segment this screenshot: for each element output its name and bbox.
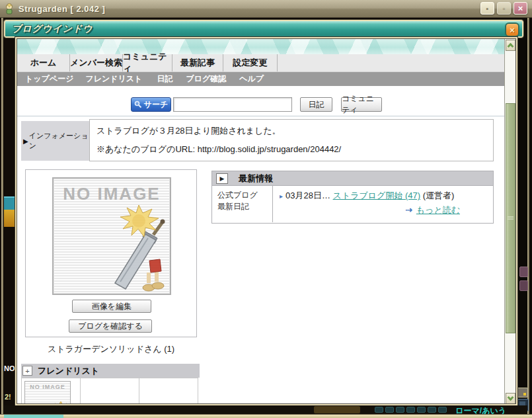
main-nav-tabs: ホーム メンバー検索 コミュニティ 最新記事 設定変更 <box>17 54 505 72</box>
toolbar-button[interactable] <box>385 407 394 413</box>
search-icon <box>134 101 142 108</box>
community-button[interactable]: コミュニティ <box>341 97 382 112</box>
maximize-button[interactable]: ▫ <box>497 2 511 15</box>
diary-button[interactable]: 日記 <box>300 97 332 112</box>
close-button[interactable]: × <box>513 2 527 15</box>
more-arrow-icon: ⇢ <box>405 205 411 215</box>
friend-cell[interactable] <box>139 378 198 404</box>
friend-list-icon: + <box>22 366 32 376</box>
scroll-up-button[interactable] <box>506 40 515 51</box>
information-label: ▶ インフォメーション <box>21 121 89 161</box>
toolbar-segment <box>314 406 360 413</box>
game-border-right <box>527 18 529 414</box>
scroll-down-button[interactable] <box>506 393 515 404</box>
read-more-link[interactable]: もっと読む <box>416 205 460 215</box>
window-controls: ▪ ▫ × <box>480 2 527 15</box>
subnav-diary[interactable]: 日記 <box>157 73 172 85</box>
friend-cell[interactable] <box>80 378 139 404</box>
close-icon: × <box>518 3 523 13</box>
information-line1: ストラブログが３月28日より開始されました。 <box>96 125 486 137</box>
header-banner-image <box>17 39 505 54</box>
subnav-top-page[interactable]: トップページ <box>25 73 73 85</box>
blog-titlebar[interactable]: ブログウインドウ × <box>4 20 523 38</box>
character-illustration <box>104 205 167 292</box>
close-icon: × <box>510 25 515 35</box>
app-icon <box>3 3 15 15</box>
minimize-icon: ▪ <box>486 5 489 13</box>
blog-window-title: ブログウインドウ <box>12 23 93 35</box>
profile-no-image[interactable]: NO IMAGE <box>52 177 171 295</box>
check-blog-button[interactable]: ブログを確認する <box>69 319 152 333</box>
edit-image-button[interactable]: 画像を編集 <box>72 300 151 313</box>
tab-settings[interactable]: 設定変更 <box>223 54 278 71</box>
latest-info-entry: ▸03月28日… ストラブログ開始 (47) (運営者) ⇢ もっと読む <box>273 186 493 222</box>
chevron-up-icon <box>508 43 514 50</box>
toolbar-button[interactable] <box>438 407 447 413</box>
blog-window: ブログウインドウ × ホーム メンバー検索 コミュニティ 最新記事 設定変更 ト… <box>4 20 523 406</box>
search-button-label: サーチ <box>144 99 169 110</box>
entry-suffix: (運営者) <box>423 190 455 200</box>
tab-community[interactable]: コミュニティ <box>123 54 172 71</box>
sub-nav: トップページ フレンドリスト 日記 ブログ確認 ヘルプ <box>17 72 505 86</box>
latest-info-row-label: 公式ブログ 最新日記 <box>212 186 273 222</box>
entry-bullet-icon: ▸ <box>280 192 283 200</box>
vertical-scrollbar[interactable] <box>504 39 515 404</box>
toolbar-button[interactable] <box>375 407 383 413</box>
blog-window-body: ホーム メンバー検索 コミュニティ 最新記事 設定変更 トップページ フレンドリ… <box>15 36 518 406</box>
divider <box>17 116 505 116</box>
subnav-help[interactable]: ヘルプ <box>239 73 264 85</box>
minimize-button[interactable]: ▪ <box>480 2 494 15</box>
search-button[interactable]: サーチ <box>131 97 171 112</box>
friend-list-table: NO IMAGE <box>21 378 200 404</box>
tab-home[interactable]: ホーム <box>17 54 70 71</box>
toolbar-button[interactable] <box>417 407 426 413</box>
friend-cell[interactable]: NO IMAGE <box>21 378 81 404</box>
toolbar-button[interactable] <box>396 407 404 413</box>
mini-character-illustration <box>54 401 68 404</box>
game-border-left <box>1 18 3 414</box>
information-label-text: インフォメーション <box>29 131 89 151</box>
scrollbar-grip <box>508 216 513 220</box>
toolbar-buttons <box>375 407 447 413</box>
tab-filler <box>278 54 505 71</box>
friend-no-image: NO IMAGE <box>24 381 71 404</box>
game-titlebar[interactable]: Strugarden [ 2.042 ] ▪ ▫ × <box>0 0 532 18</box>
latest-info-box: ▶ 最新情報 公式ブログ 最新日記 ▸03月28日… ストラブログ開始 (47) <box>211 171 494 224</box>
latest-info-body: 公式ブログ 最新日記 ▸03月28日… ストラブログ開始 (47) (運営者) … <box>212 186 493 222</box>
chat-tab-fragment <box>4 415 63 418</box>
blog-content-viewport: ホーム メンバー検索 コミュニティ 最新記事 設定変更 トップページ フレンドリ… <box>17 38 516 404</box>
scrollbar-thumb[interactable] <box>506 103 515 333</box>
owner-name: ストラガーデンソリッドさん (1) <box>25 343 197 355</box>
entry-link[interactable]: ストラブログ開始 (47) <box>333 190 421 200</box>
info-arrow-icon: ▶ <box>23 138 28 145</box>
profile-box: NO IMAGE <box>25 169 197 337</box>
friend-list-title: フレンドリスト <box>38 365 99 377</box>
more-line: ⇢ もっと読む <box>280 204 488 216</box>
search-input[interactable] <box>173 97 292 112</box>
game-bottom-border <box>0 414 532 418</box>
section-arrow-icon: ▶ <box>216 173 228 184</box>
chevron-down-icon <box>508 394 514 401</box>
blog-close-button[interactable]: × <box>505 22 519 37</box>
game-bottom-toolbar: ローマ/あいう <box>3 405 527 414</box>
friend-list-header: + フレンドリスト <box>21 364 200 378</box>
entry-line: ▸03月28日… ストラブログ開始 (47) (運営者) <box>280 190 488 202</box>
window-title: Strugarden [ 2.042 ] <box>19 4 105 14</box>
entry-date: 03月28日… <box>285 190 330 200</box>
no-image-label: NO IMAGE <box>54 184 170 204</box>
no-image-label: NO IMAGE <box>25 384 70 390</box>
information-line2: ※あなたのブログのURL: http://blog.solid.jp/strug… <box>96 144 486 155</box>
latest-info-header: ▶ 最新情報 <box>212 171 493 186</box>
tab-latest-articles[interactable]: 最新記事 <box>172 54 223 71</box>
maximize-icon: ▫ <box>503 5 506 13</box>
subnav-friend-list[interactable]: フレンドリスト <box>85 73 142 85</box>
game-window: Strugarden [ 2.042 ] ▪ ▫ × NO 2! ブログウインド… <box>0 0 532 418</box>
toolbar-button[interactable] <box>428 407 436 413</box>
latest-info-title: 最新情報 <box>239 173 273 185</box>
toolbar-button[interactable] <box>406 407 415 413</box>
information-box: ストラブログが３月28日より開始されました。 ※あなたのブログのURL: htt… <box>89 119 494 161</box>
tab-member-search[interactable]: メンバー検索 <box>70 54 123 71</box>
subnav-blog-check[interactable]: ブログ確認 <box>186 73 226 85</box>
